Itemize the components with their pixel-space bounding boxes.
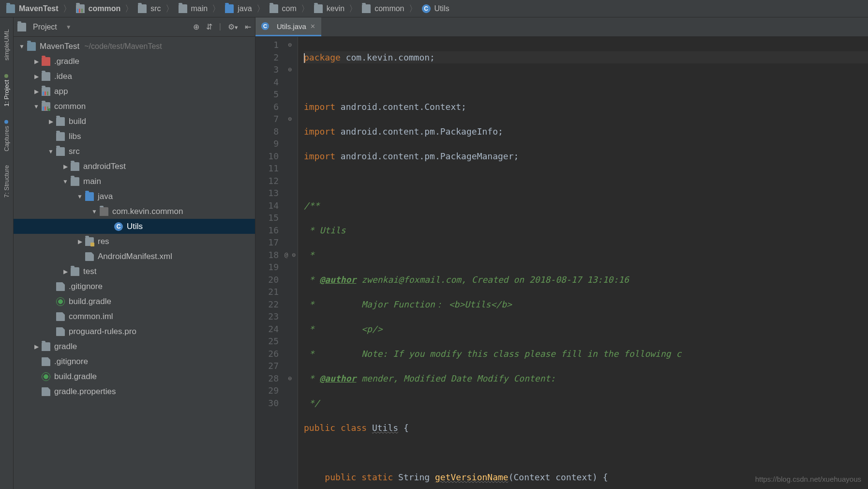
chevron-right-icon[interactable]: ▶ xyxy=(47,118,54,125)
file-icon xyxy=(56,282,65,291)
chevron-right-icon[interactable]: ▶ xyxy=(62,163,69,170)
tree-row[interactable]: ▼common xyxy=(14,99,255,114)
breadcrumb: MavenTest 〉 common 〉 src 〉 main 〉 java 〉… xyxy=(0,0,868,17)
folder-icon xyxy=(56,147,65,156)
chevron-down-icon[interactable]: ▼ xyxy=(76,193,83,200)
tree-row[interactable]: ▶androidTest xyxy=(14,159,255,174)
tree-label: Utils xyxy=(127,222,143,231)
tree-row[interactable]: build.gradle xyxy=(14,369,255,384)
chevron-right-icon[interactable]: ▶ xyxy=(33,58,40,65)
breadcrumb-item[interactable]: kevin xyxy=(313,4,346,13)
module-icon xyxy=(42,87,50,96)
breadcrumb-item[interactable]: main xyxy=(177,4,210,13)
tree-row[interactable]: ▶test xyxy=(14,264,255,279)
folder-icon xyxy=(85,237,94,246)
tree-row[interactable]: ▼main xyxy=(14,174,255,189)
tree-row[interactable]: ▶build xyxy=(14,114,255,129)
tree-row[interactable]: ▶.idea xyxy=(14,69,255,84)
module-icon xyxy=(76,4,85,13)
gradle-icon xyxy=(56,297,65,306)
tree-row[interactable]: libs xyxy=(14,129,255,144)
hide-icon[interactable]: ⇤ xyxy=(245,22,251,31)
chevron-down-icon[interactable]: ▼ xyxy=(33,103,40,110)
tree-label: build.gradle xyxy=(54,372,97,382)
tree-label: .gradle xyxy=(54,57,79,66)
tree-row[interactable]: proguard-rules.pro xyxy=(14,324,255,339)
code-editor[interactable]: package com.kevin.common; import android… xyxy=(298,37,868,489)
chevron-down-icon[interactable]: ▼ xyxy=(62,178,69,185)
file-icon xyxy=(42,357,50,366)
tool-simpleuml[interactable]: simpleUML xyxy=(3,29,10,61)
chevron-right-icon[interactable]: ▶ xyxy=(62,268,69,275)
line-number-gutter[interactable]: 1234567891011121314151617181920212223242… xyxy=(255,37,283,489)
chevron-down-icon[interactable]: ▼ xyxy=(47,148,54,155)
file-icon xyxy=(56,312,65,321)
tree-label: src xyxy=(69,147,80,156)
tree-row[interactable]: ▶app xyxy=(14,84,255,99)
tree-row[interactable]: ▼src xyxy=(14,144,255,159)
chevron-right-icon[interactable]: ▶ xyxy=(33,73,40,80)
separator: | xyxy=(219,22,221,31)
tree-label: res xyxy=(98,237,109,246)
chevron-down-icon[interactable]: ▼ xyxy=(18,43,25,50)
tree-row[interactable]: ▶.gradle xyxy=(14,54,255,69)
chevron-right-icon: 〉 xyxy=(212,3,221,15)
tree-row[interactable]: .gitignore xyxy=(14,354,255,369)
breadcrumb-item[interactable]: com xyxy=(268,4,298,13)
folder-icon xyxy=(56,132,65,141)
tree-row[interactable]: ▼MavenTest~/code/test/MavenTest xyxy=(14,39,255,54)
folder-icon xyxy=(225,4,234,13)
tree-label: common xyxy=(54,102,86,111)
chevron-right-icon[interactable]: ▶ xyxy=(33,88,40,95)
folder-icon xyxy=(56,117,65,126)
gear-icon[interactable]: ⚙▾ xyxy=(228,22,238,31)
chevron-right-icon: 〉 xyxy=(301,3,310,15)
tree-row[interactable]: .gitignore xyxy=(14,279,255,294)
breadcrumb-item[interactable]: java xyxy=(224,4,253,13)
folder-icon xyxy=(71,177,79,186)
breadcrumb-item[interactable]: src xyxy=(136,4,162,13)
tree-label: java xyxy=(98,192,113,201)
editor-body: 1234567891011121314151617181920212223242… xyxy=(255,37,868,489)
chevron-right-icon[interactable]: ▶ xyxy=(33,343,40,350)
project-panel: Project ▼ ⊕ ⇵ | ⚙▾ ⇤ ▼MavenTest~/code/te… xyxy=(14,17,255,489)
tree-row[interactable]: ▼java xyxy=(14,189,255,204)
tree-label: main xyxy=(83,177,101,186)
tree-row[interactable]: ▶gradle xyxy=(14,339,255,354)
tree-label: AndroidManifest.xml xyxy=(98,252,172,261)
close-icon[interactable]: ✕ xyxy=(310,23,315,30)
breadcrumb-item[interactable]: MavenTest xyxy=(5,4,60,13)
chevron-right-icon[interactable]: ▶ xyxy=(76,238,83,245)
project-tree[interactable]: ▼MavenTest~/code/test/MavenTest▶.gradle▶… xyxy=(14,37,255,489)
folder-icon xyxy=(362,4,371,13)
folder-icon xyxy=(71,267,79,276)
tool-project[interactable]: 1: Project xyxy=(3,74,10,107)
tool-structure[interactable]: 7: Structure xyxy=(3,165,10,198)
tree-row[interactable]: ▶res xyxy=(14,234,255,249)
locate-icon[interactable]: ⊕ xyxy=(193,22,199,31)
breadcrumb-item[interactable]: common xyxy=(360,4,405,13)
project-view-selector[interactable]: Project ▼ xyxy=(17,23,193,31)
gradle-icon xyxy=(42,372,50,381)
tree-label: app xyxy=(54,87,68,96)
tree-row[interactable]: AndroidManifest.xml xyxy=(14,249,255,264)
chevron-right-icon: 〉 xyxy=(125,3,134,15)
class-icon: C xyxy=(422,4,431,13)
autoscroll-icon[interactable]: ⇵ xyxy=(206,22,212,31)
tree-label: build xyxy=(69,117,86,126)
tree-row[interactable]: build.gradle xyxy=(14,294,255,309)
tree-row[interactable]: common.iml xyxy=(14,309,255,324)
tree-label: libs xyxy=(69,132,81,141)
tree-row[interactable]: CUtils xyxy=(14,219,255,234)
module-icon xyxy=(42,102,50,111)
tree-row[interactable]: gradle.properties xyxy=(14,384,255,399)
tree-row[interactable]: ▼com.kevin.common xyxy=(14,204,255,219)
chevron-right-icon: 〉 xyxy=(349,3,358,15)
breadcrumb-item[interactable]: common xyxy=(75,4,122,13)
chevron-down-icon[interactable]: ▼ xyxy=(91,208,98,215)
chevron-right-icon: 〉 xyxy=(409,3,418,15)
editor-tab-utils[interactable]: C Utils.java ✕ xyxy=(255,17,321,36)
breadcrumb-item[interactable]: CUtils xyxy=(420,4,451,13)
fold-gutter[interactable]: ⊖⊖⊖@ ⊖⊖ xyxy=(283,37,298,489)
tool-captures[interactable]: Captures xyxy=(3,120,10,152)
